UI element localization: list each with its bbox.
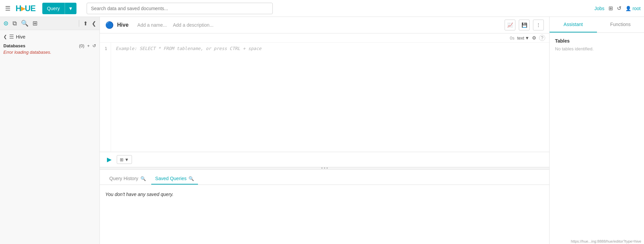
hive-dialect-icon: 🔵 [105,21,114,29]
tab-assistant[interactable]: Assistant [550,17,597,32]
code-input-area[interactable]: Example: SELECT * FROM tablename, or pre… [111,43,549,152]
left-sidebar: ⊜ ⧉ 🔍 ⊞ ⬆ ❮ ❮ ☰ Hive Databases (0) + ↺ [0,17,100,244]
timer-label: 0s [510,35,514,41]
search-bar [87,3,273,14]
editor-toolbar: 🔵 Hive Add a name... Add a description..… [100,17,549,33]
center-area: 🔵 Hive Add a name... Add a description..… [100,17,549,244]
main-layout: ⊜ ⧉ 🔍 ⊞ ⬆ ❮ ❮ ☰ Hive Databases (0) + ↺ [0,17,644,244]
no-tables-message: No tables identified. [555,46,639,51]
logo-text: H▸UE [16,4,36,13]
bottom-panel: Query History 🔍 Saved Queries 🔍 You don'… [100,170,549,244]
hamburger-menu-button[interactable]: ☰ [3,3,12,14]
tables-section-title: Tables [555,38,639,44]
copy-icon[interactable]: ⧉ [13,20,17,27]
more-options-button[interactable]: ⋮ [533,20,544,30]
tab-query-history[interactable]: Query History 🔍 [105,173,150,185]
save-button[interactable]: 💾 [519,20,530,30]
databases-title: Databases [3,43,25,48]
back-arrow-icon: ❮ [3,34,7,39]
sidebar-content: ❮ ☰ Hive Databases (0) + ↺ Error loading… [0,30,99,244]
user-menu[interactable]: 👤 root [625,6,641,11]
jobs-link[interactable]: Jobs [594,6,604,11]
username-label: root [632,6,641,11]
tab-functions[interactable]: Functions [597,17,644,32]
settings-icon[interactable]: ⚙ [532,35,536,41]
format-arrow-icon: ▼ [525,35,529,41]
output-type-dropdown[interactable]: ⊞ ▼ [117,155,132,164]
query-history-search-icon[interactable]: 🔍 [140,176,146,181]
no-saved-query-message: You don't have any saved query. [105,192,174,197]
collapse-sidebar-button[interactable]: ❮ [92,20,96,27]
nav-right-area: Jobs ⊞ ↺ 👤 root [594,5,641,11]
grid-icon[interactable]: ⊞ [608,5,613,11]
add-database-button[interactable]: + [87,43,90,48]
sidebar-table-icon: ☰ [9,33,14,40]
saved-queries-search-icon[interactable]: 🔍 [188,176,194,181]
databases-actions: (0) + ↺ [79,43,96,48]
query-history-tab-label: Query History [109,176,138,181]
bottom-tabs: Query History 🔍 Saved Queries 🔍 [100,170,549,185]
grid-sidebar-icon[interactable]: ⊞ [32,20,38,27]
format-dropdown[interactable]: text ▼ [517,35,529,41]
functions-tab-label: Functions [610,22,631,27]
chart-button[interactable]: 📈 [505,20,515,30]
right-sidebar: Assistant Functions Tables No tables ide… [549,17,644,244]
editor-top-bar: 0s text ▼ ⚙ ? [100,33,549,43]
sidebar-back-button[interactable]: ❮ ☰ Hive [3,33,96,40]
hive-dialect-label: Hive [117,22,129,28]
upload-icon[interactable]: ⬆ [83,20,88,27]
right-sidebar-tabs: Assistant Functions [550,17,644,33]
databases-count: (0) [79,43,85,48]
run-button[interactable]: ▶ [105,155,114,164]
databases-header: Databases (0) + ↺ [3,43,96,48]
query-button-arrow[interactable]: ▼ [65,3,76,14]
output-type-icon: ⊞ [120,157,124,162]
assistant-tab-label: Assistant [563,22,583,27]
query-button[interactable]: Query ▼ [42,3,76,14]
help-icon[interactable]: ? [539,35,545,41]
query-button-label: Query [42,3,65,14]
sidebar-hive-label: Hive [16,34,25,40]
sidebar-icon-bar: ⊜ ⧉ 🔍 ⊞ ⬆ ❮ [0,17,99,30]
database-error-message: Error loading databases. [3,50,96,55]
code-placeholder-text: Example: SELECT * FROM tablename, or pre… [116,46,261,51]
format-label: text [517,35,524,41]
output-type-arrow: ▼ [125,157,129,162]
code-editor-wrapper: 0s text ▼ ⚙ ? 1 Example: SELECT * FROM t… [100,33,549,167]
user-avatar-icon: 👤 [625,6,631,11]
search-icon[interactable]: 🔍 [21,20,28,27]
search-input[interactable] [87,3,273,14]
right-sidebar-content: Tables No tables identified. [550,33,644,57]
url-bar: https://hue...ing:8888/hue/editor?type=h… [568,239,644,244]
bottom-content: You don't have any saved query. [100,185,549,204]
code-editor[interactable]: 1 Example: SELECT * FROM tablename, or p… [100,43,549,152]
line-number-1: 1 [105,46,107,51]
run-controls: ▶ ⊞ ▼ [100,152,549,167]
history-icon[interactable]: ↺ [617,5,621,11]
navbar: ☰ H▸UE Query ▼ Jobs ⊞ ↺ 👤 root [0,0,644,17]
saved-queries-tab-label: Saved Queries [155,176,187,181]
query-name-input[interactable]: Add a name... [137,22,167,28]
app-logo: H▸UE [16,4,36,13]
panel-resizer[interactable]: • • • [100,167,549,170]
query-description-input[interactable]: Add a description... [173,22,501,28]
tables-icon[interactable]: ⊜ [3,20,8,27]
refresh-databases-button[interactable]: ↺ [92,43,96,48]
line-numbers: 1 [100,43,111,152]
tab-saved-queries[interactable]: Saved Queries 🔍 [151,173,198,185]
